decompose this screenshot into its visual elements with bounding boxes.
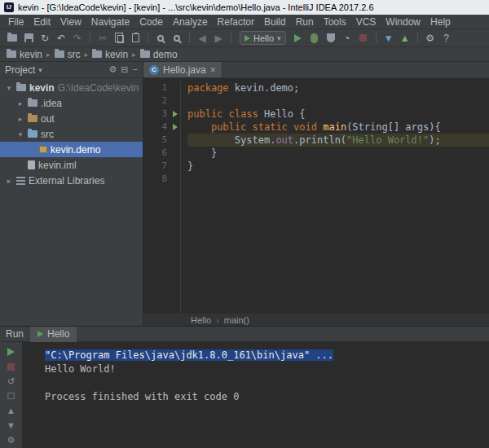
menu-edit[interactable]: Edit <box>29 16 55 28</box>
code-line[interactable]: package kevin.demo; <box>187 81 489 94</box>
run-line-icon[interactable] <box>173 111 178 117</box>
profiler-icon[interactable]: ◔ <box>340 31 355 46</box>
menu-view[interactable]: View <box>55 16 86 28</box>
tree-item[interactable]: ▸out <box>0 111 143 126</box>
console-line[interactable]: Process finished with exit code 0 <box>45 390 489 404</box>
breadcrumb-item[interactable]: src <box>55 49 81 60</box>
menu-help[interactable]: Help <box>425 16 456 28</box>
settings-icon[interactable]: ⚙ <box>5 434 18 446</box>
menu-file[interactable]: File <box>3 16 29 28</box>
editor-tab-hello-java[interactable]: C Hello.java × <box>143 62 222 77</box>
save-icon[interactable] <box>21 31 36 46</box>
menu-analyze[interactable]: Analyze <box>168 16 213 28</box>
rerun-icon[interactable] <box>5 346 18 358</box>
chevron-down-icon[interactable]: ▾ <box>38 66 42 74</box>
chevron-right-icon[interactable]: ▸ <box>16 99 24 108</box>
breadcrumb-label: kevin <box>105 49 128 60</box>
console-line[interactable] <box>45 376 489 390</box>
console-line[interactable]: "C:\Program Files\java\jdk1.8.0_161\bin\… <box>45 349 489 362</box>
run-line-icon[interactable] <box>173 124 178 130</box>
code-line[interactable]: } <box>187 147 489 160</box>
console-output[interactable]: "C:\Program Files\java\jdk1.8.0_161\bin\… <box>23 342 489 448</box>
code-line[interactable]: public static void main(String[] args){ <box>187 121 489 134</box>
run-config-combo[interactable]: Hello▾ <box>240 31 286 45</box>
breadcrumb-item[interactable]: kevin <box>7 49 42 60</box>
gutter-line: 5 <box>143 134 180 147</box>
up-stack-trace-icon[interactable]: ▲ <box>5 405 18 416</box>
code-line[interactable] <box>187 94 489 108</box>
tree-item-label: kevin <box>29 82 55 94</box>
code-line[interactable]: } <box>187 160 489 173</box>
chevron-right-icon: ▸ <box>85 51 89 59</box>
pin-icon[interactable]: ☐ <box>5 390 18 402</box>
breadcrumb-item[interactable]: main() <box>224 315 249 325</box>
tree-item[interactable]: ▾kevin G:\IdeaCode\kevin <box>0 80 143 95</box>
tree-item[interactable]: kevin.iml <box>0 157 143 173</box>
line-number: 5 <box>161 134 167 145</box>
breadcrumb-label: demo <box>153 49 178 60</box>
open-icon[interactable] <box>5 31 20 46</box>
line-number: 7 <box>161 160 167 171</box>
line-number: 8 <box>161 173 167 184</box>
find-icon[interactable] <box>153 31 168 46</box>
menu-run[interactable]: Run <box>291 16 319 28</box>
back-icon[interactable]: ◀ <box>195 31 209 46</box>
paste-icon[interactable] <box>128 31 143 46</box>
vcs-update-icon[interactable]: ▼ <box>381 31 396 46</box>
toolbar-separator <box>417 33 418 43</box>
console-line[interactable]: Hello World! <box>45 362 489 376</box>
editor-breadcrumb: Hello›main() <box>143 313 489 326</box>
folder-icon <box>92 51 102 58</box>
breadcrumb-label: kevin <box>20 49 42 60</box>
menu-build[interactable]: Build <box>259 16 291 28</box>
code-line[interactable] <box>187 173 489 186</box>
replace-icon[interactable] <box>170 31 184 46</box>
settings-icon[interactable]: ⚙ <box>423 31 438 46</box>
code-line[interactable]: System.out.println("Hello World!"); <box>187 134 489 147</box>
menu-navigate[interactable]: Navigate <box>86 16 134 28</box>
chevron-right-icon[interactable]: ▸ <box>5 177 13 185</box>
menu-code[interactable]: Code <box>134 16 168 28</box>
chevron-right-icon[interactable]: ▸ <box>16 115 24 123</box>
chevron-down-icon[interactable]: ▾ <box>16 130 24 138</box>
down-stack-trace-icon[interactable]: ▼ <box>5 419 18 431</box>
forward-icon[interactable]: ▶ <box>211 31 226 46</box>
toolbar-separator <box>189 33 190 43</box>
tree-item[interactable]: ▸External Libraries <box>0 173 143 188</box>
menu-window[interactable]: Window <box>381 16 425 28</box>
hide-panel-icon[interactable]: − <box>133 64 138 75</box>
debug-icon[interactable] <box>307 31 322 46</box>
gear-icon[interactable]: ⚙ <box>108 64 117 75</box>
menu-vcs[interactable]: VCS <box>351 16 381 28</box>
breadcrumb-item[interactable]: demo <box>140 49 178 60</box>
run-tab-hello[interactable]: Hello <box>30 327 77 342</box>
run-icon[interactable] <box>291 31 306 46</box>
cut-icon[interactable]: ✂ <box>95 31 110 46</box>
close-icon[interactable]: × <box>210 65 216 75</box>
gutter-line: 8 <box>143 173 180 186</box>
restore-layout-icon[interactable]: ↺ <box>5 376 18 387</box>
editor-tab-bar: C Hello.java × <box>143 62 489 78</box>
undo-icon[interactable]: ↶ <box>54 31 68 46</box>
menu-tools[interactable]: Tools <box>319 16 351 28</box>
stop-icon[interactable] <box>356 31 371 46</box>
menu-refactor[interactable]: Refactor <box>213 16 259 28</box>
code-editor[interactable]: 12345678 package kevin.demo;public class… <box>143 78 489 313</box>
tree-item[interactable]: ▸.idea <box>0 95 143 111</box>
chevron-down-icon[interactable]: ▾ <box>5 84 13 92</box>
redo-icon[interactable]: ↷ <box>70 31 85 46</box>
breadcrumb-item[interactable]: Hello <box>191 315 211 325</box>
collapse-all-icon[interactable]: ⊟ <box>121 64 128 75</box>
code-lines: package kevin.demo;public class Hello { … <box>181 81 489 313</box>
copy-icon[interactable] <box>112 31 126 46</box>
coverage-icon[interactable] <box>324 31 338 46</box>
tree-item[interactable]: ▾src <box>0 126 143 142</box>
sync-icon[interactable]: ↻ <box>37 31 52 46</box>
breadcrumb-item[interactable]: kevin <box>92 49 128 60</box>
code-line[interactable]: public class Hello { <box>187 108 489 121</box>
class-icon: C <box>149 65 159 75</box>
help-icon[interactable]: ? <box>439 31 454 46</box>
tree-item[interactable]: kevin.demo <box>0 142 143 157</box>
vcs-commit-icon[interactable]: ▲ <box>398 31 412 46</box>
stop-icon[interactable] <box>5 361 18 372</box>
